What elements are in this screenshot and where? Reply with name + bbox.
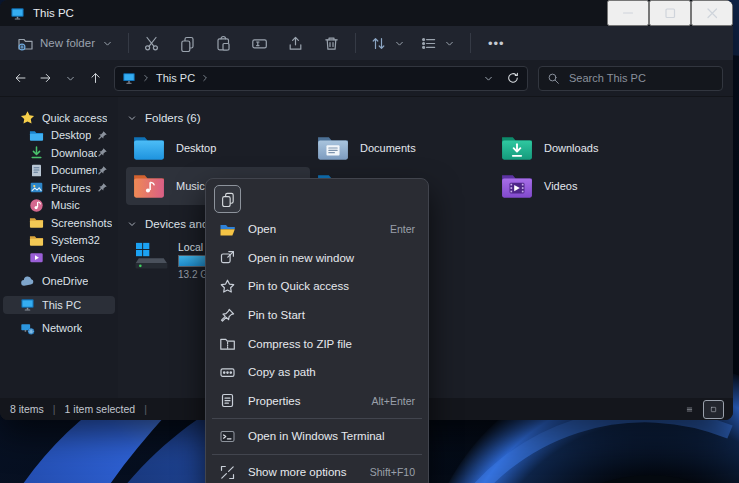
menu-item-open-in-new-window[interactable]: Open in new window [210,244,424,273]
cut-button[interactable] [136,30,168,56]
sidebar-item-videos[interactable]: Videos [3,249,115,267]
menu-item-copy-as-path[interactable]: Copy as path [210,358,424,387]
view-toggles [680,401,723,418]
sidebar-item-label: Downloads [51,147,97,159]
folder-icon [29,215,44,230]
minimize-button[interactable] [607,0,649,26]
sidebar-item-documents[interactable]: Documents [3,162,115,180]
close-button[interactable] [691,0,733,26]
menu-item-properties[interactable]: PropertiesAlt+Enter [210,387,424,416]
breadcrumb[interactable]: This PC [156,72,195,84]
address-bar-row: This PC [0,60,733,97]
zip-folder-icon [219,335,236,352]
sidebar-item-label: Screenshots [51,217,112,229]
chevron-down-icon [443,37,456,50]
details-view-button[interactable] [680,401,699,418]
new-folder-button[interactable]: New folder [10,31,121,56]
sidebar-item-downloads[interactable]: Downloads [3,144,115,162]
toolbar-actions [136,30,348,56]
address-bar[interactable]: This PC [114,66,528,91]
delete-button[interactable] [316,30,348,56]
toolbar-divider [128,33,129,53]
folder-tile-videos[interactable]: Videos [494,167,678,205]
music-circle-icon [29,198,44,213]
folder-videos-icon [500,172,534,200]
navigation-pane: Quick accessDesktopDownloadsDocumentsPic… [0,97,118,399]
folder-tile-label: Downloads [544,142,598,154]
picture-icon [29,180,44,195]
menu-item-label: Show more options [248,466,346,478]
document-icon [29,163,44,178]
menu-separator [212,454,422,455]
menu-item-show-more-options[interactable]: Show more optionsShift+F10 [210,458,424,483]
sidebar-item-quick-access[interactable]: Quick access [3,109,115,127]
pin-icon [97,147,108,158]
menu-item-pin-to-start[interactable]: Pin to Start [210,301,424,330]
see-more-button[interactable]: ••• [478,36,515,51]
folder-tile-label: Music [176,180,205,192]
copy-button[interactable] [172,30,204,56]
share-button[interactable] [280,30,312,56]
refresh-icon[interactable] [506,71,520,85]
sidebar-item-label: Quick access [42,112,107,124]
folder-tile-documents[interactable]: Documents [310,129,494,167]
menu-item-label: Pin to Start [248,309,305,321]
view-button[interactable] [413,31,463,56]
maximize-button[interactable] [649,0,691,26]
search-icon [547,72,560,85]
this-pc-icon [10,6,25,21]
new-window-icon [219,249,236,266]
cloud-icon [20,274,35,289]
folders-section-header[interactable]: Folders (6) [126,109,733,127]
crumb-chevron-icon [200,73,210,83]
sidebar-item-pictures[interactable]: Pictures [3,179,115,197]
back-button[interactable] [8,65,33,91]
pushpin-icon [219,307,236,324]
sidebar-gap [0,314,118,320]
desktop: { "app": { "title": "This PC" }, "colors… [0,0,739,483]
context-menu: OpenEnterOpen in new windowPin to Quick … [205,178,429,483]
paste-button[interactable] [208,30,240,56]
menu-item-label: Open in Windows Terminal [248,430,385,442]
folder-icon [29,233,44,248]
folder-tile-desktop[interactable]: Desktop [126,129,310,167]
folder-tile-downloads[interactable]: Downloads [494,129,678,167]
sidebar-item-system32[interactable]: System32 [3,232,115,250]
location-icon [122,71,136,85]
share-icon [287,35,304,52]
menu-item-shortcut: Shift+F10 [370,466,415,478]
cut-icon [143,35,160,52]
menu-item-open-in-windows-terminal[interactable]: Open in Windows Terminal [210,422,424,451]
menu-item-label: Compress to ZIP file [248,338,352,350]
sidebar-item-music[interactable]: Music [3,197,115,215]
up-button[interactable] [83,65,108,91]
selection-count: 1 item selected [65,403,136,415]
new-folder-label: New folder [40,37,95,49]
copy-icon [179,35,196,52]
menu-item-compress-to-zip-file[interactable]: Compress to ZIP file [210,329,424,358]
sidebar-item-screenshots[interactable]: Screenshots [3,214,115,232]
sidebar-item-label: Pictures [51,182,91,194]
forward-button[interactable] [33,65,58,91]
rename-button[interactable] [244,30,276,56]
menu-item-pin-to-quick-access[interactable]: Pin to Quick access [210,272,424,301]
sidebar-item-this-pc[interactable]: This PC [3,296,115,314]
sidebar-item-desktop[interactable]: Desktop [3,127,115,145]
address-dropdown-icon[interactable] [482,72,495,85]
sidebar-item-label: Desktop [51,129,91,141]
search-box[interactable] [538,66,723,91]
quick-action-copy-button[interactable] [214,185,241,213]
menu-separator [212,418,422,419]
sidebar-item-onedrive[interactable]: OneDrive [3,273,115,291]
menu-item-open[interactable]: OpenEnter [210,215,424,244]
sidebar-item-label: System32 [51,234,100,246]
sidebar-item-network[interactable]: Network [3,320,115,338]
menu-item-label: Copy as path [248,366,316,378]
large-icons-view-button[interactable] [704,401,723,418]
sort-button[interactable] [363,31,413,56]
item-count: 8 items [10,403,44,415]
recent-locations-button[interactable] [58,65,83,91]
context-menu-items: OpenEnterOpen in new windowPin to Quick … [210,215,424,483]
search-input[interactable] [567,71,714,85]
quick-actions-row [210,183,424,215]
